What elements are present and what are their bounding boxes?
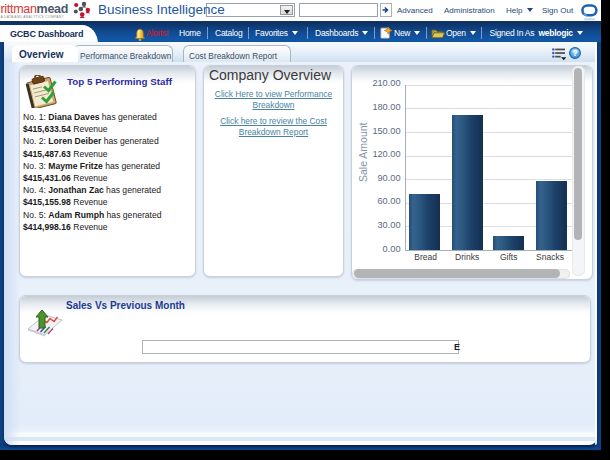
svg-text:?: ? bbox=[572, 48, 577, 58]
